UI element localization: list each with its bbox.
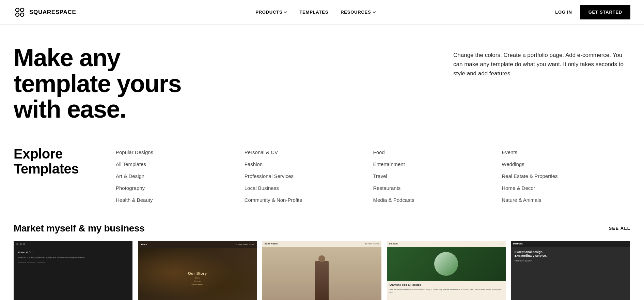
- category-events[interactable]: Events: [502, 146, 630, 158]
- category-local-business[interactable]: Local Business: [245, 182, 373, 194]
- thumbnails-row: Nolan & Co Nolan & Co is a digital produ…: [14, 241, 630, 300]
- category-col-2: Personal & CV Fashion Professional Servi…: [245, 146, 373, 206]
- category-media-podcasts[interactable]: Media & Podcasts: [373, 194, 502, 206]
- thumbnail-inner: Nolan & Co Nolan & Co is a digital produ…: [14, 241, 132, 300]
- nav-center: PRODUCTS TEMPLATES RESOURCES: [255, 10, 376, 15]
- thumbnail-inner: Yates Our Story Menu Photos Our Story Me…: [138, 241, 257, 300]
- category-travel[interactable]: Travel: [373, 170, 502, 182]
- svg-rect-1: [20, 8, 24, 12]
- browser-header: Stanton ▪ ▪ ▪: [387, 241, 506, 247]
- see-all-link[interactable]: SEE ALL: [609, 226, 630, 231]
- category-popular-designs[interactable]: Popular Designs: [116, 146, 245, 158]
- template-body: Nolan & Co is a digital product agency t…: [18, 256, 128, 259]
- hero-title: Make any template yours with ease.: [14, 45, 218, 122]
- template-thumbnail-barbosa[interactable]: Barbosa ▪ ▪ Exceptional design.Extraordi…: [511, 241, 630, 300]
- category-col-4: Events Weddings Real Estate & Properties…: [502, 146, 630, 206]
- browser-header: Yates Our Story Menu Photos: [138, 241, 257, 248]
- template-image-area: Stanton Food & Recipes With the hyper-co…: [387, 247, 506, 300]
- category-photography[interactable]: Photography: [116, 182, 245, 194]
- category-col-1: Popular Designs All Templates Art & Desi…: [116, 146, 245, 206]
- brand-name: SQUARESPACE: [29, 9, 76, 16]
- food-visual: Our Story Menu Photos Reservations: [138, 248, 257, 300]
- template-image-area: [262, 247, 381, 300]
- squarespace-logo-icon: [14, 6, 26, 18]
- logo[interactable]: SQUARESPACE: [14, 6, 76, 18]
- chevron-down-icon: [284, 11, 287, 14]
- stanton-circle: [434, 252, 458, 276]
- category-art-design[interactable]: Art & Design: [116, 170, 245, 182]
- browser-dot: [23, 243, 25, 245]
- food-sub-text-3: Reservations: [191, 284, 203, 286]
- hero-description: Change the colors. Create a portfolio pa…: [453, 50, 630, 78]
- stanton-body: With the hyper-convenience of modern lif…: [390, 288, 503, 294]
- template-categories: Popular Designs All Templates Art & Desi…: [116, 146, 630, 206]
- browser-header: Sofia Pazuri Bio Work Contact: [262, 241, 381, 247]
- template-thumbnail-stanton[interactable]: Stanton ▪ ▪ ▪ Stanton Food & Recipes Wit…: [387, 241, 506, 300]
- stanton-hero-image: [387, 247, 506, 281]
- category-col-3: Food Entertainment Travel Restaurants Me…: [373, 146, 502, 206]
- category-health-beauty[interactable]: Health & Beauty: [116, 194, 245, 206]
- browser-dot: [20, 243, 22, 245]
- category-personal-cv[interactable]: Personal & CV: [245, 146, 373, 158]
- chevron-down-icon: [373, 11, 376, 14]
- thumbnail-inner: Stanton ▪ ▪ ▪ Stanton Food & Recipes Wit…: [387, 241, 506, 300]
- template-nav: ▪ ▪ ▪: [500, 243, 503, 245]
- category-real-estate[interactable]: Real Estate & Properties: [502, 170, 630, 182]
- template-nav: Our Story Menu Photos: [235, 243, 254, 245]
- template-thumbnail-sofia[interactable]: Sofia Pazuri Bio Work Contact: [262, 241, 381, 300]
- get-started-button[interactable]: GET STARTED: [580, 5, 630, 19]
- category-nature-animals[interactable]: Nature & Animals: [502, 194, 630, 206]
- category-weddings[interactable]: Weddings: [502, 158, 630, 170]
- nav-products[interactable]: PRODUCTS: [255, 10, 287, 15]
- template-thumbnail-nolan[interactable]: Nolan & Co Nolan & Co is a digital produ…: [14, 241, 132, 300]
- nav-templates[interactable]: TEMPLATES: [299, 10, 328, 15]
- category-professional-services[interactable]: Professional Services: [245, 170, 373, 182]
- category-all-templates[interactable]: All Templates: [116, 158, 245, 170]
- food-sub-text-2: Photos: [194, 280, 201, 282]
- category-community-nonprofits[interactable]: Community & Non-Profits: [245, 194, 373, 206]
- hero-left: Make any template yours with ease.: [14, 45, 218, 122]
- template-logo: Sofia Pazuri: [264, 242, 278, 245]
- browser-bar: [14, 241, 132, 247]
- template-image-area: Our Story Menu Photos Reservations: [138, 248, 257, 300]
- navbar: SQUARESPACE PRODUCTS TEMPLATES RESOURCES…: [0, 0, 644, 25]
- category-home-decor[interactable]: Home & Decor: [502, 182, 630, 194]
- explore-section: Explore Templates Popular Designs All Te…: [0, 136, 644, 213]
- thumbnail-inner: Barbosa ▪ ▪ Exceptional design.Extraordi…: [511, 241, 630, 300]
- template-logo: Stanton: [389, 242, 398, 245]
- template-logo: Barbosa: [513, 242, 523, 245]
- browser-dot: [16, 243, 18, 245]
- svg-rect-3: [20, 13, 24, 16]
- market-section: Market myself & my business SEE ALL Nola…: [0, 213, 644, 300]
- explore-heading: Explore Templates: [14, 146, 116, 206]
- sofia-figure: [315, 261, 329, 300]
- barbosa-title: Exceptional design.Extraordinary service…: [515, 250, 627, 258]
- food-sub-text: Menu: [195, 277, 200, 279]
- nav-resources[interactable]: RESOURCES: [341, 10, 376, 15]
- template-thumbnail-yates[interactable]: Yates Our Story Menu Photos Our Story Me…: [138, 241, 257, 300]
- stanton-title: Stanton Food & Recipes: [390, 283, 503, 287]
- nav-right: LOG IN GET STARTED: [555, 5, 630, 19]
- market-header: Market myself & my business SEE ALL: [14, 223, 630, 234]
- template-nav: ▪ ▪: [626, 243, 628, 245]
- template-logo: Nolan & Co: [18, 251, 128, 254]
- login-link[interactable]: LOG IN: [555, 10, 572, 15]
- food-main-text: Our Story: [188, 271, 207, 275]
- barbosa-sub: Premium quality: [515, 259, 627, 262]
- hero-right: Change the colors. Create a portfolio pa…: [453, 45, 630, 78]
- category-restaurants[interactable]: Restaurants: [373, 182, 502, 194]
- thumbnail-content: Nolan & Co Nolan & Co is a digital produ…: [14, 247, 132, 266]
- browser-header: Barbosa ▪ ▪: [511, 241, 630, 247]
- template-logo: Yates: [141, 243, 147, 245]
- market-title: Market myself & my business: [14, 223, 145, 234]
- thumbnail-inner: Sofia Pazuri Bio Work Contact: [262, 241, 381, 300]
- category-food[interactable]: Food: [373, 146, 502, 158]
- template-content: Exceptional design.Extraordinary service…: [511, 247, 630, 300]
- explore-title: Explore Templates: [14, 146, 116, 176]
- svg-rect-0: [16, 8, 19, 12]
- stanton-text-content: Stanton Food & Recipes With the hyper-co…: [387, 281, 506, 296]
- category-fashion[interactable]: Fashion: [245, 158, 373, 170]
- template-nav: Bio Work Contact: [365, 243, 379, 245]
- svg-rect-2: [16, 13, 19, 16]
- category-entertainment[interactable]: Entertainment: [373, 158, 502, 170]
